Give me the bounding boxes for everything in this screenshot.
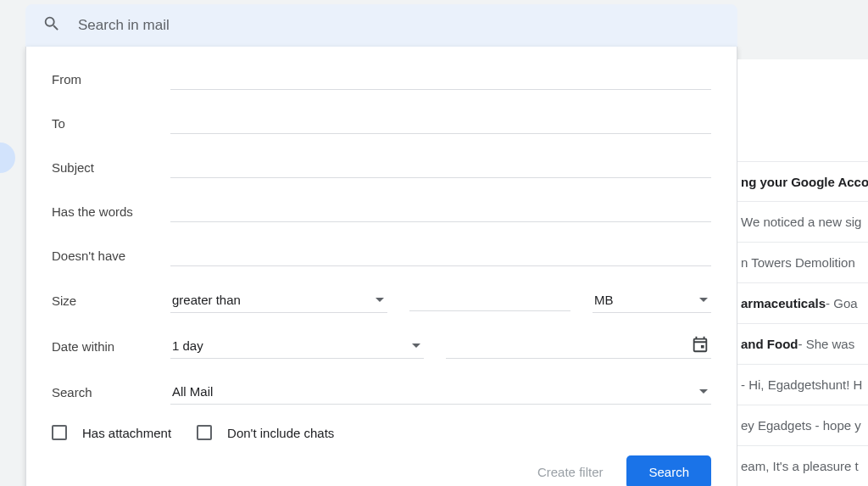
subject-input[interactable] xyxy=(170,156,711,178)
mail-row[interactable]: - Hi, Egadgetshunt! H xyxy=(737,365,868,405)
mail-snippet-fragment: We noticed a new sig xyxy=(741,215,861,229)
has-words-label: Has the words xyxy=(52,204,170,219)
size-row: Size greater than MB xyxy=(52,288,711,313)
size-unit-value: MB xyxy=(593,293,614,307)
search-scope-select[interactable]: All Mail xyxy=(170,379,711,405)
mail-subject-fragment: and Food xyxy=(741,337,798,351)
search-bar[interactable]: Search in mail xyxy=(25,4,737,47)
to-input[interactable] xyxy=(170,112,711,134)
size-unit-select[interactable]: MB xyxy=(593,288,711,313)
checkbox-box xyxy=(197,425,212,440)
mail-snippet-fragment: n Towers Demolition xyxy=(741,255,855,270)
mail-list-preview: ng your Google AccoWe noticed a new sign… xyxy=(737,59,868,486)
search-scope-value: All Mail xyxy=(170,384,213,399)
dont-include-chats-label: Don't include chats xyxy=(227,426,334,440)
has-words-input[interactable] xyxy=(170,200,711,222)
mail-snippet-fragment: - Hi, Egadgetshunt! H xyxy=(741,377,862,392)
button-row: Create filter Search xyxy=(52,455,711,486)
mail-snippet-fragment: - She was xyxy=(798,337,855,351)
mail-row[interactable]: We noticed a new sig xyxy=(737,202,868,243)
subject-label: Subject xyxy=(52,160,170,175)
mail-row[interactable]: armaceuticals - Goa xyxy=(737,283,868,324)
search-scope-label: Search xyxy=(52,385,170,399)
size-label: Size xyxy=(52,293,170,308)
search-placeholder: Search in mail xyxy=(78,17,170,34)
subject-row: Subject xyxy=(52,155,711,179)
date-picker[interactable] xyxy=(446,333,711,359)
chevron-down-icon xyxy=(376,298,384,302)
date-within-label: Date within xyxy=(52,339,170,354)
date-range-value: 1 day xyxy=(170,338,203,353)
chevron-down-icon xyxy=(699,389,708,394)
mail-row[interactable]: ng your Google Acco xyxy=(737,161,868,202)
from-row: From xyxy=(52,67,711,91)
dont-include-chats-checkbox[interactable]: Don't include chats xyxy=(197,425,334,440)
mail-subject-fragment: ng your Google Acco xyxy=(741,175,868,189)
search-button[interactable]: Search xyxy=(626,455,711,486)
checkbox-box xyxy=(52,425,67,440)
mail-snippet-fragment: eam, It's a pleasure t xyxy=(741,459,859,473)
date-range-select[interactable]: 1 day xyxy=(170,333,424,359)
to-row: To xyxy=(52,111,711,135)
from-label: From xyxy=(52,72,170,87)
size-comparator-select[interactable]: greater than xyxy=(170,288,387,313)
mail-row[interactable]: ey Egadgets - hope y xyxy=(737,405,868,446)
doesnt-have-row: Doesn't have xyxy=(52,243,711,267)
mail-row[interactable]: and Food - She was xyxy=(737,324,868,365)
has-attachment-checkbox[interactable]: Has attachment xyxy=(52,425,171,440)
mail-snippet-fragment: ey Egadgets - hope y xyxy=(741,418,861,433)
to-label: To xyxy=(52,116,170,131)
checkbox-row: Has attachment Don't include chats xyxy=(52,425,711,440)
create-filter-button[interactable]: Create filter xyxy=(537,465,604,479)
chevron-down-icon xyxy=(412,344,420,348)
search-scope-row: Search All Mail xyxy=(52,379,711,405)
mail-row[interactable]: n Towers Demolition xyxy=(737,243,868,283)
chevron-down-icon xyxy=(699,298,708,302)
advanced-search-panel: From To Subject Has the words Doesn't ha… xyxy=(25,47,737,486)
date-row: Date within 1 day xyxy=(52,333,711,359)
has-attachment-label: Has attachment xyxy=(82,426,171,440)
mail-row[interactable]: eam, It's a pleasure t xyxy=(737,446,868,486)
size-comparator-value: greater than xyxy=(170,293,241,307)
doesnt-have-input[interactable] xyxy=(170,244,711,266)
has-words-row: Has the words xyxy=(52,199,711,223)
mail-snippet-fragment: - Goa xyxy=(826,296,858,310)
from-input[interactable] xyxy=(170,68,711,90)
calendar-icon xyxy=(691,335,711,357)
search-icon xyxy=(42,14,61,36)
doesnt-have-label: Doesn't have xyxy=(52,249,170,263)
size-amount-input[interactable] xyxy=(409,289,570,311)
mail-subject-fragment: armaceuticals xyxy=(741,296,826,310)
